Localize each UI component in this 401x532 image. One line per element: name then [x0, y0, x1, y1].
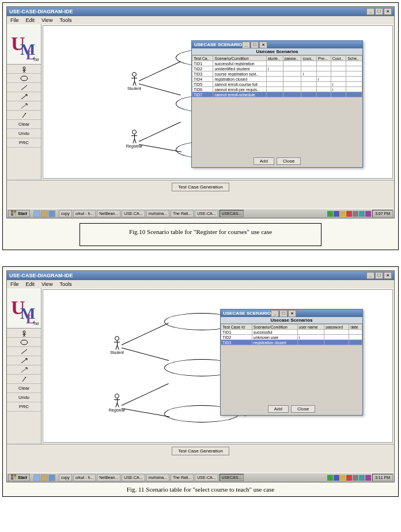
tray-icon[interactable] [340, 475, 346, 481]
table-row[interactable]: TID1successful [221, 330, 362, 335]
cell[interactable] [331, 77, 346, 82]
palette-tool-1[interactable] [7, 74, 41, 83]
palette-tool-2[interactable] [7, 83, 41, 92]
close-button[interactable]: × [384, 8, 392, 15]
cell[interactable] [283, 61, 301, 66]
table-header[interactable]: Scenario/Condition [213, 56, 266, 61]
minimize-button[interactable]: _ [366, 8, 374, 15]
cell[interactable] [346, 77, 362, 82]
palette-undo[interactable]: Undo [7, 129, 41, 138]
cell[interactable]: i [297, 335, 324, 340]
table-row[interactable]: TID3registration closed [221, 340, 362, 345]
start-button[interactable]: Start [8, 210, 30, 217]
cell[interactable] [297, 330, 324, 335]
cell[interactable] [346, 82, 362, 87]
tray-icon[interactable] [346, 475, 352, 481]
table-header[interactable]: passw.. [283, 56, 301, 61]
tray-icon[interactable] [340, 211, 346, 217]
table-row[interactable]: TID7cannot enroll-schedule [192, 92, 362, 97]
quicklaunch-icon[interactable] [41, 474, 48, 481]
taskbar-item[interactable]: NetBean... [97, 210, 120, 217]
test-case-generation-button[interactable]: Test Case Generation [172, 447, 229, 455]
table-header[interactable]: stude.. [266, 56, 283, 61]
tray-icon[interactable] [353, 475, 358, 481]
table-row[interactable]: TID4registration closedi [192, 77, 362, 82]
cell[interactable] [283, 66, 301, 71]
cell[interactable] [283, 87, 301, 92]
palette-tool-3[interactable] [7, 92, 41, 101]
cell[interactable] [283, 71, 301, 77]
cell[interactable] [283, 82, 301, 87]
taskbar-item[interactable]: The Rati... [171, 474, 194, 481]
palette-tool-4[interactable] [7, 101, 41, 111]
cell[interactable] [324, 335, 349, 340]
cell[interactable] [316, 61, 331, 66]
cell[interactable] [266, 61, 283, 66]
cell[interactable] [301, 82, 316, 87]
palette-prc[interactable]: PRC [7, 138, 41, 148]
dialog-maximize-button[interactable]: □ [251, 41, 259, 48]
close-button[interactable]: Close [291, 405, 315, 413]
taskbar-item[interactable]: mohsina... [146, 210, 169, 217]
table-row[interactable]: TID3course registration syst..i [192, 71, 362, 77]
table-row[interactable]: TID5cannot enroll-course fulli [192, 82, 362, 87]
tray-icon[interactable] [365, 211, 371, 217]
dialog-close-button[interactable]: × [288, 310, 296, 317]
cell[interactable] [349, 330, 362, 335]
cell[interactable] [346, 71, 362, 77]
maximize-button[interactable]: □ [375, 8, 383, 15]
actor-registrar[interactable]: Registrar [112, 394, 122, 412]
table-row[interactable]: TID2unidentified studenti [192, 66, 362, 71]
menu-file[interactable]: File [10, 17, 19, 23]
cell[interactable] [346, 87, 362, 92]
cell[interactable] [349, 340, 362, 345]
menu-file[interactable]: File [10, 281, 19, 287]
cell[interactable] [316, 66, 331, 71]
cell[interactable] [266, 87, 283, 92]
cell[interactable] [301, 61, 316, 66]
tray-icon[interactable] [327, 211, 333, 217]
cell[interactable] [266, 77, 283, 82]
tray-icon[interactable] [334, 475, 339, 481]
menu-view[interactable]: View [41, 17, 52, 23]
cell[interactable] [301, 92, 316, 97]
quicklaunch-icon[interactable] [41, 210, 48, 217]
table-header[interactable]: cous.. [301, 56, 316, 61]
table-header[interactable]: Pre-.. [316, 56, 331, 61]
actor-registrar[interactable]: Registrar [130, 130, 139, 148]
cell[interactable] [331, 66, 346, 71]
taskbar-item[interactable]: USE-CA... [122, 474, 145, 481]
cell[interactable] [331, 71, 346, 77]
close-button[interactable]: Close [277, 157, 301, 165]
menu-view[interactable]: View [41, 281, 52, 287]
palette-tool-2[interactable] [7, 347, 41, 356]
palette-tool-5[interactable] [7, 375, 41, 384]
table-row[interactable]: TID2unknown useri [221, 335, 362, 340]
table-header[interactable]: user name [297, 325, 324, 330]
cell[interactable]: i [266, 66, 283, 71]
cell[interactable] [324, 330, 349, 335]
clock[interactable]: 3:07 PM [372, 210, 393, 217]
menu-tools[interactable]: Tools [59, 281, 71, 287]
tray-icon[interactable] [346, 211, 352, 217]
add-button[interactable]: Add [268, 405, 289, 413]
cell[interactable]: i [316, 77, 331, 82]
tray-icon[interactable] [359, 211, 365, 217]
cell[interactable] [349, 335, 362, 340]
table-row[interactable]: TID6cannot enroll-pre requis..i [192, 87, 362, 92]
cell[interactable]: i [331, 87, 346, 92]
quicklaunch-icon[interactable] [33, 474, 40, 481]
taskbar-item[interactable]: USE-CA... [195, 474, 218, 481]
taskbar-item[interactable]: USE-CA... [195, 210, 218, 217]
menu-edit[interactable]: Edit [26, 281, 35, 287]
cell[interactable] [316, 82, 331, 87]
palette-prc[interactable]: PRC [7, 402, 41, 412]
taskbar-item[interactable]: copy [59, 210, 72, 217]
cell[interactable] [324, 340, 349, 345]
clock[interactable]: 3:11 PM [372, 474, 393, 481]
palette-tool-4[interactable] [7, 365, 41, 375]
cell[interactable] [301, 66, 316, 71]
cell[interactable] [301, 87, 316, 92]
quicklaunch-icon[interactable] [48, 474, 55, 481]
table-header[interactable]: Scenario/Condition [252, 325, 297, 330]
